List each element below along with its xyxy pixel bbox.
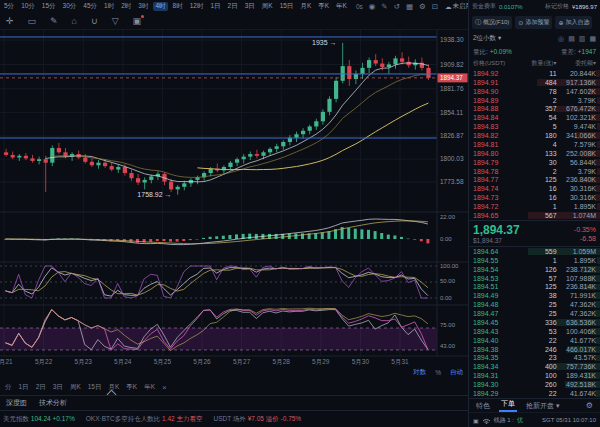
col-amount[interactable]: 委托额▾ — [557, 59, 596, 68]
timeframe-月K[interactable]: 月K — [298, 2, 313, 11]
magnet-icon[interactable]: ∪ — [91, 16, 98, 26]
timeframe-年K[interactable]: 年K — [334, 2, 349, 11]
orderbook-ask-row[interactable]: 1894.731630.316K — [469, 193, 600, 202]
orderbook-ask-row[interactable]: 1894.8923.79K — [469, 96, 600, 105]
filter-icon[interactable]: ▽ — [112, 16, 119, 26]
gear-icon[interactable]: ⚙ — [419, 2, 426, 11]
window-icon[interactable]: ▣ — [473, 417, 479, 424]
bottom-timeframe-年K[interactable]: 年K — [144, 383, 155, 392]
timeframe-3时[interactable]: 3时 — [136, 2, 150, 11]
orderbook-bid-row[interactable]: 1894.493871.991K — [469, 291, 600, 300]
split-layout-icon[interactable]: ▥ — [579, 35, 586, 43]
orderbook-bid-row[interactable]: 1894.4353100.406K — [469, 327, 600, 336]
timeframe-8时[interactable]: 8时 — [171, 2, 185, 11]
collapse-chevron-icon[interactable] — [108, 388, 115, 395]
bottom-timeframe-分[interactable]: 分 — [5, 383, 12, 392]
timeframe-1日[interactable]: 1日 — [208, 2, 222, 11]
kline-chart[interactable]: 1938.301909.821881.761854.111826.871800.… — [0, 30, 468, 366]
target-icon[interactable]: ◎ — [558, 35, 564, 43]
timeframe-1时[interactable]: 1时 — [102, 2, 116, 11]
orderbook-bid-row[interactable]: 1894.54126238.712K — [469, 265, 600, 274]
close-icon[interactable]: × — [162, 383, 167, 392]
kline-chart-svg[interactable]: 1938.301909.821881.761854.111826.871800.… — [0, 30, 468, 366]
orderbook-ask-row[interactable]: 1894.921120.844K — [469, 69, 600, 78]
camera-icon[interactable]: ◉ — [369, 2, 376, 11]
orderbook-bid-row[interactable]: 1894.34400757.736K — [469, 362, 600, 371]
orderbook-ask-row[interactable]: 1894.655671.074M — [469, 211, 600, 220]
timeframe-15分[interactable]: 15分 — [40, 2, 58, 11]
fullscreen-icon[interactable]: ⊡ — [432, 2, 438, 11]
orderbook-bid-row[interactable]: 1894.402241.677K — [469, 336, 600, 345]
bottom-timeframe-15日[interactable]: 15日 — [88, 383, 102, 392]
tab-place-order[interactable]: 下单 — [499, 399, 517, 412]
market-stat-0[interactable]: 美元指数 104.24 +0.17% — [3, 415, 75, 424]
bottom-timeframe-3日[interactable]: 3日 — [53, 383, 63, 392]
orderbook-bid-row[interactable]: 1894.352343.57K — [469, 354, 600, 363]
timeframe-15日[interactable]: 15日 — [278, 2, 296, 11]
timeframe-2时[interactable]: 2时 — [119, 2, 133, 11]
bottom-timeframe-2日[interactable]: 2日 — [36, 383, 46, 392]
decimals-dropdown[interactable]: 2位小数 ▾ — [473, 34, 501, 43]
orderbook-ask-row[interactable]: 1894.7211.895K — [469, 202, 600, 211]
tab-depth-chart[interactable]: 深度图 — [6, 398, 27, 408]
rect-draw-icon[interactable]: ▭ — [28, 16, 37, 26]
orderbook-bid-row[interactable]: 1894.51125236.814K — [469, 283, 600, 292]
lock-icon[interactable]: ⌂ — [72, 16, 77, 26]
col-quantity[interactable]: 数量(张)▾ — [525, 59, 557, 68]
overview-button[interactable]: ⓘ概况(F10) — [472, 16, 512, 29]
market-stat-1[interactable]: OKX·BTC多空持仓人数比 1.42 主力看空 — [86, 415, 203, 424]
book-layout-icon[interactable]: ▤ — [568, 35, 575, 43]
tab-new-listing[interactable]: 抢新开盘 ▾ — [526, 401, 559, 411]
orderbook-bid-row[interactable]: 1894.45336636.536K — [469, 318, 600, 327]
grid-icon[interactable]: ▦ — [406, 2, 413, 11]
orderbook-bid-row[interactable]: 1894.38246466.017K — [469, 345, 600, 354]
line-label[interactable]: 线路 1 : — [494, 416, 514, 425]
orderbook-ask-row[interactable]: 1894.8147.579K — [469, 140, 600, 149]
log-scale-toggle[interactable]: 对数 — [413, 368, 426, 377]
orderbook-ask-row[interactable]: 1894.8359.474K — [469, 122, 600, 131]
orderbook-bid-row[interactable]: 1894.645591.059M — [469, 247, 600, 256]
orderbook-ask-row[interactable]: 1894.77125236.840K — [469, 176, 600, 185]
timeframe-季K[interactable]: 季K — [316, 2, 331, 11]
orderbook-ask-row[interactable]: 1894.80133252.008K — [469, 149, 600, 158]
bottom-timeframe-1日[interactable]: 1日 — [19, 383, 29, 392]
timeframe-45分[interactable]: 45分 — [81, 2, 99, 11]
orderbook-ask-row[interactable]: 1894.8454102.321K — [469, 113, 600, 122]
tab-technical-analysis[interactable]: 技术分析 — [39, 398, 67, 408]
orderbook-bid-row[interactable]: 1894.30260492.518K — [469, 380, 600, 389]
market-stat-2[interactable]: USDT 场外 ¥7.05 溢价 -0.75% — [213, 415, 301, 424]
orderbook-bid-row[interactable]: 1894.472547.362K — [469, 309, 600, 318]
timeframe-3日[interactable]: 3日 — [243, 2, 257, 11]
timeframe-周K[interactable]: 周K — [260, 2, 275, 11]
cloud-sync-dropdown[interactable]: ☁ 未启用 ▾ — [445, 2, 468, 11]
orderbook-bid-row[interactable]: 1894.482547.362K — [469, 300, 600, 309]
crosshair-icon[interactable]: ✛ — [6, 16, 14, 26]
orderbook-ask-row[interactable]: 1894.88357676.472K — [469, 105, 600, 114]
pencil-icon[interactable]: ✎ — [381, 2, 387, 11]
orderbook-ask-row[interactable]: 1894.7823.79K — [469, 167, 600, 176]
timeframe-5分[interactable]: 5分 — [2, 2, 16, 11]
orderbook-bid-row[interactable]: 1894.31100189.431K — [469, 371, 600, 380]
percent-scale-toggle[interactable]: % — [435, 369, 441, 376]
auto-scale-toggle[interactable]: 自动 — [450, 368, 463, 377]
add-alert-button[interactable]: ⊙添加预警 — [515, 16, 552, 29]
orderbook-ask-row[interactable]: 1894.793056.844K — [469, 158, 600, 167]
undo-icon[interactable]: ↺ — [394, 2, 400, 11]
orderbook-ask-row[interactable]: 1894.91484917.136K — [469, 78, 600, 87]
orderbook-ask-row[interactable]: 1894.741630.316K — [469, 184, 600, 193]
orderbook-bid-row[interactable]: 1894.5357107.988K — [469, 274, 600, 283]
template-icon[interactable]: ▣ — [133, 16, 142, 26]
orderbook-bid-row[interactable]: 1894.292241.674K — [469, 389, 600, 398]
timeframe-12时[interactable]: 12时 — [188, 2, 206, 11]
timeframe-30分[interactable]: 30分 — [61, 2, 79, 11]
add-favorite-button[interactable]: ⊕加入自选 — [555, 16, 592, 29]
grid-layout-icon[interactable]: ▦ — [589, 35, 596, 43]
timeframe-10分[interactable]: 10分 — [19, 2, 37, 11]
orderbook-ask-row[interactable]: 1894.9078147.602K — [469, 87, 600, 96]
orderbook-bid-row[interactable]: 1894.5511.895K — [469, 256, 600, 265]
timeframe-4时[interactable]: 4时 — [153, 2, 167, 11]
bottom-timeframe-季K[interactable]: 季K — [126, 383, 137, 392]
tab-featured[interactable]: 特色 — [476, 401, 490, 411]
timeframe-2日[interactable]: 2日 — [226, 2, 240, 11]
orderbook-ask-row[interactable]: 1894.82180341.066K — [469, 131, 600, 140]
